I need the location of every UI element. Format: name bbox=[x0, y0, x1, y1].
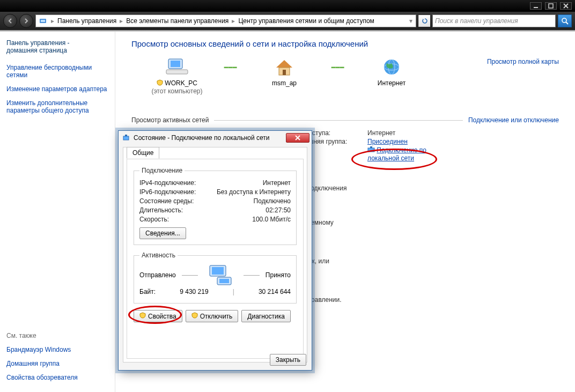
connect-disconnect-link[interactable]: Подключение или отключение bbox=[468, 116, 559, 124]
svg-rect-10 bbox=[166, 70, 188, 74]
map-node-sub: (этот компьютер) bbox=[148, 87, 207, 95]
breadcrumb-seg[interactable]: Все элементы панели управления bbox=[126, 17, 228, 25]
breadcrumb-seg[interactable]: Центр управления сетями и общим доступом bbox=[238, 17, 374, 25]
group-label: Активность bbox=[139, 252, 178, 259]
button-label: Отключить bbox=[200, 313, 233, 320]
svg-rect-20 bbox=[123, 136, 129, 140]
bytes-label: Байт: bbox=[139, 288, 156, 295]
chevron-right-icon: ▸ bbox=[231, 17, 236, 25]
search-go-button[interactable] bbox=[558, 14, 572, 27]
window-titlebar bbox=[0, 0, 575, 12]
svg-rect-5 bbox=[41, 20, 45, 22]
computer-icon bbox=[165, 58, 189, 78]
dialog-close-button[interactable] bbox=[286, 133, 309, 143]
access-type-value: Интернет bbox=[367, 129, 395, 137]
close-button[interactable] bbox=[560, 2, 572, 10]
sidebar-item-advanced-sharing[interactable]: Изменить дополнительные параметры общего… bbox=[6, 99, 108, 114]
speed-label: Скорость: bbox=[139, 216, 252, 223]
button-label: Свойства bbox=[148, 313, 176, 320]
refresh-button[interactable] bbox=[418, 15, 430, 27]
house-icon bbox=[274, 58, 294, 78]
chevron-right-icon: ▸ bbox=[119, 17, 124, 25]
duration-value: 02:27:50 bbox=[266, 206, 291, 214]
map-node-router: msm_ap bbox=[255, 58, 314, 87]
group-activity: Активность Отправлено Принято Байт: 9 43… bbox=[134, 252, 297, 304]
sidebar-label: Панель управления - bbox=[6, 39, 70, 47]
duration-label: Длительность: bbox=[139, 206, 266, 214]
svg-rect-27 bbox=[219, 279, 229, 283]
search-input[interactable]: Поиск в панели управления bbox=[432, 14, 556, 27]
chevron-right-icon: ▸ bbox=[50, 17, 55, 25]
map-connector: ━━━ bbox=[212, 58, 249, 77]
sidebar-item-homegroup[interactable]: Домашняя группа bbox=[6, 360, 108, 367]
divider bbox=[214, 120, 463, 121]
sidebar-item-firewall[interactable]: Брандмауэр Windows bbox=[6, 346, 108, 353]
forward-button[interactable] bbox=[19, 14, 33, 28]
back-button[interactable] bbox=[3, 14, 17, 28]
media-state-label: Состояние среды: bbox=[139, 197, 254, 205]
sent-label: Отправлено bbox=[139, 271, 176, 279]
tab-general[interactable]: Общие bbox=[127, 147, 159, 159]
address-bar[interactable]: ▸ Панель управления ▸ Все элементы панел… bbox=[35, 14, 416, 27]
search-placeholder: Поиск в панели управления bbox=[435, 17, 518, 25]
nav-row: ▸ Панель управления ▸ Все элементы панел… bbox=[0, 12, 575, 30]
page-title: Просмотр основных сведений о сети и наст… bbox=[131, 39, 559, 48]
disable-button[interactable]: Отключить bbox=[186, 310, 239, 322]
chevron-down-icon[interactable]: ▾ bbox=[408, 17, 414, 25]
map-node-label: Интернет bbox=[362, 79, 421, 87]
homegroup-link[interactable]: Присоединен bbox=[367, 138, 408, 145]
ipv4-value: Интернет bbox=[263, 179, 291, 187]
sidebar-item-adapter-settings[interactable]: Изменение параметров адаптера bbox=[6, 85, 108, 93]
bytes-sent-value: 9 430 219 bbox=[180, 288, 208, 295]
bytes-recv-value: 30 214 644 bbox=[259, 288, 291, 295]
shield-icon bbox=[157, 79, 163, 87]
ipv6-value: Без доступа к Интернету bbox=[217, 188, 291, 196]
speed-value: 100.0 Мбит/с bbox=[252, 216, 291, 223]
lan-connection-link[interactable]: Подключение по локальной сети bbox=[367, 146, 426, 162]
media-state-value: Подключено bbox=[254, 197, 291, 205]
close-dialog-button[interactable]: Закрыть bbox=[270, 354, 306, 366]
connection-status-dialog: Состояние - Подключение по локальной сет… bbox=[118, 130, 312, 371]
map-node-internet: Интернет bbox=[362, 58, 421, 87]
globe-icon bbox=[382, 58, 401, 78]
ipv4-label: IPv4-подключение: bbox=[139, 179, 263, 187]
map-connector: ━━━ bbox=[319, 58, 357, 77]
diagnose-button[interactable]: Диагностика bbox=[241, 310, 291, 322]
dialog-title: Состояние - Подключение по локальной сет… bbox=[134, 134, 270, 142]
shield-icon bbox=[139, 312, 146, 320]
ethernet-icon bbox=[367, 147, 377, 154]
activity-icon bbox=[203, 264, 238, 286]
sidebar-label: домашняя страница bbox=[6, 47, 67, 54]
shield-icon bbox=[191, 312, 198, 320]
see-also-header: См. также bbox=[6, 332, 108, 339]
minimize-button[interactable] bbox=[530, 2, 542, 10]
breadcrumb-seg[interactable]: Панель управления bbox=[57, 17, 116, 25]
active-networks-label: Просмотр активных сетей bbox=[131, 116, 209, 124]
connections-value: Подключение по локальной сети bbox=[367, 146, 426, 162]
svg-rect-1 bbox=[549, 4, 553, 8]
recv-label: Принято bbox=[266, 271, 291, 279]
svg-rect-19 bbox=[370, 146, 372, 148]
details-button[interactable]: Сведения... bbox=[139, 227, 186, 239]
dialog-titlebar[interactable]: Состояние - Подключение по локальной сет… bbox=[119, 131, 312, 145]
map-node-label: WORK_PC bbox=[165, 79, 197, 87]
svg-point-6 bbox=[562, 18, 566, 23]
map-node-this-pc: WORK_PC (этот компьютер) bbox=[148, 58, 207, 95]
ethernet-icon bbox=[122, 134, 130, 142]
map-node-label: msm_ap bbox=[255, 79, 314, 87]
svg-rect-9 bbox=[171, 61, 180, 67]
svg-line-7 bbox=[566, 22, 568, 24]
network-center-icon bbox=[38, 16, 48, 26]
svg-rect-12 bbox=[283, 70, 286, 75]
sidebar-item-wireless[interactable]: Управление беспроводными сетями bbox=[6, 64, 108, 79]
group-label: Подключение bbox=[139, 167, 185, 174]
properties-button[interactable]: Свойства bbox=[134, 310, 182, 322]
svg-rect-18 bbox=[368, 148, 374, 152]
control-panel-home-link[interactable]: Панель управления - домашняя страница bbox=[6, 39, 108, 54]
svg-rect-21 bbox=[125, 135, 127, 136]
sidebar-item-internet-options[interactable]: Свойства обозревателя bbox=[6, 374, 108, 381]
svg-rect-25 bbox=[212, 267, 224, 275]
group-connection: Подключение IPv4-подключение:Интернет IP… bbox=[134, 167, 297, 245]
maximize-button[interactable] bbox=[545, 2, 557, 10]
sidebar: Панель управления - домашняя страница Уп… bbox=[0, 32, 115, 392]
